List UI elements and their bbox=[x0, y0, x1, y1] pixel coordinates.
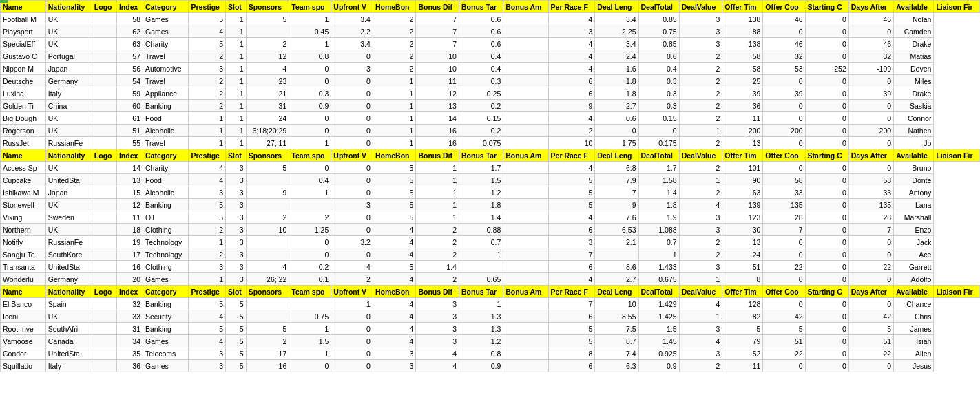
table-cell: Connor bbox=[894, 112, 934, 125]
table-cell: Playsport bbox=[1, 25, 46, 38]
table-cell bbox=[92, 125, 116, 137]
table-row[interactable]: Big DoughUK61Food1124001140.1540.60.1521… bbox=[1, 112, 980, 125]
header-cell: Deal Leng bbox=[595, 1, 638, 13]
header-cell: Team spo bbox=[289, 286, 331, 298]
table-cell: 5 bbox=[548, 323, 595, 335]
table-cell bbox=[92, 38, 116, 50]
table-cell bbox=[92, 186, 116, 199]
table-row[interactable]: StonewellUK12Banking533511.8591.84139135… bbox=[1, 199, 980, 211]
header-cell: Prestige bbox=[189, 286, 226, 298]
table-cell: Nippon M bbox=[1, 63, 46, 75]
header-cell: Per Race F bbox=[548, 286, 595, 298]
table-cell: 16 bbox=[416, 137, 459, 149]
table-cell: 4 bbox=[189, 174, 226, 186]
table-cell: 7 bbox=[763, 224, 805, 236]
header-cell: HomeBon bbox=[373, 149, 416, 162]
table-row[interactable]: SpecialEffUK63Charity51213.4270.643.40.8… bbox=[1, 38, 980, 50]
table-cell: 7.6 bbox=[595, 211, 638, 224]
table-cell: 46 bbox=[763, 13, 805, 25]
table-cell: 2.4 bbox=[595, 50, 638, 63]
table-cell: 5 bbox=[373, 174, 416, 186]
table-row[interactable]: NorthernUK18Clothing23101.250420.8866.53… bbox=[1, 224, 980, 236]
header-cell: Available bbox=[894, 286, 934, 298]
table-row[interactable]: VamooseCanada34Games4521.50431.258.71.45… bbox=[1, 335, 980, 348]
table-cell: 0.7 bbox=[459, 236, 503, 248]
header-cell: Upfront V bbox=[331, 149, 373, 162]
table-cell: 16 bbox=[116, 261, 143, 273]
table-cell: 4 bbox=[548, 162, 595, 174]
table-cell: 5 bbox=[373, 186, 416, 199]
table-cell: 62 bbox=[116, 25, 143, 38]
header-cell: Sponsors bbox=[246, 1, 289, 13]
table-cell: 0 bbox=[805, 186, 848, 199]
table-cell: 5 bbox=[848, 323, 893, 335]
table-row[interactable]: Access SpUK14Charity43500511.746.81.7210… bbox=[1, 162, 980, 174]
table-cell: 2 bbox=[189, 87, 226, 100]
table-cell: 0 bbox=[848, 248, 893, 261]
table-cell: 54 bbox=[116, 75, 143, 87]
table-row[interactable]: Football MUK58Games51513.4270.643.40.853… bbox=[1, 13, 980, 25]
table-row[interactable]: SquilladoItaly36Games351600340.966.30.92… bbox=[1, 360, 980, 372]
table-cell: 1 bbox=[226, 25, 247, 38]
table-cell bbox=[92, 298, 116, 310]
table-row[interactable]: RogersonUK51Alcoholic116;18;20;29001160.… bbox=[1, 125, 980, 137]
table-row[interactable]: El BancoSpain32Banking5514317101.4294128… bbox=[1, 298, 980, 310]
table-cell: 1.7 bbox=[459, 162, 503, 174]
table-cell: 2 bbox=[189, 50, 226, 63]
table-cell: 0.15 bbox=[638, 112, 679, 125]
table-cell: 39 bbox=[763, 87, 805, 100]
table-row[interactable]: VikingSweden11Oil53220511.447.61.9312328… bbox=[1, 211, 980, 224]
table-row[interactable]: DeutscheGermany54Travel2123001110.361.80… bbox=[1, 75, 980, 87]
table-cell: 4 bbox=[189, 310, 226, 323]
table-cell: 0.4 bbox=[289, 174, 331, 186]
table-row[interactable]: PlaysportUK62Games410.452.2270.632.250.7… bbox=[1, 25, 980, 38]
table-cell: 5 bbox=[226, 310, 247, 323]
table-cell: Games bbox=[143, 273, 189, 286]
table-cell bbox=[503, 75, 548, 87]
table-cell: Big Dough bbox=[1, 112, 46, 125]
table-row[interactable]: Sangju TeSouthKore17Technology2300421712… bbox=[1, 248, 980, 261]
table-cell: 1.4 bbox=[416, 261, 459, 273]
header-cell: Team spo bbox=[289, 1, 331, 13]
table-cell: Deutsche bbox=[1, 75, 46, 87]
table-cell: 0 bbox=[848, 298, 893, 310]
table-row[interactable]: Root InveSouthAfri31Banking55510431.357.… bbox=[1, 323, 980, 335]
table-cell: 59 bbox=[116, 87, 143, 100]
table-cell: 1 bbox=[459, 298, 503, 310]
table-cell: 0 bbox=[805, 236, 848, 248]
table-cell: 12 bbox=[416, 87, 459, 100]
table-row[interactable]: LuxinaItaly59Appliance21210.301120.2561.… bbox=[1, 87, 980, 100]
header-cell: Slot bbox=[226, 1, 247, 13]
table-row[interactable]: CupcakeUnitedSta13Food430.40511.557.91.5… bbox=[1, 174, 980, 186]
table-cell: 139 bbox=[722, 199, 763, 211]
table-row[interactable]: IceniUK33Security450.750431.368.551.4251… bbox=[1, 310, 980, 323]
table-cell: 2 bbox=[679, 100, 722, 112]
table-cell: 58 bbox=[763, 174, 805, 186]
table-cell bbox=[503, 112, 548, 125]
table-row[interactable]: Ishikawa MJapan15Alcoholic33910511.2571.… bbox=[1, 186, 980, 199]
table-row[interactable]: NotiflyRussianFe19Technology1303.2420.73… bbox=[1, 236, 980, 248]
table-row[interactable]: Golden TiChina60Banking21310.901130.292.… bbox=[1, 100, 980, 112]
table-row[interactable]: Nippon MJapan56Automotive314032100.441.6… bbox=[1, 63, 980, 75]
table-cell: UnitedSta bbox=[45, 174, 92, 186]
table-cell: 82 bbox=[722, 310, 763, 323]
header-cell: Starting C bbox=[805, 286, 848, 298]
table-cell: 1 bbox=[226, 63, 247, 75]
table-row[interactable]: CondorUnitedSta35Telecoms351710340.887.4… bbox=[1, 348, 980, 360]
table-row[interactable]: TransantaUnitedSta16Clothing3340.2451.46… bbox=[1, 261, 980, 273]
table-cell: Spain bbox=[45, 298, 92, 310]
table-cell: 4 bbox=[548, 211, 595, 224]
table-cell: 1 bbox=[226, 125, 247, 137]
table-cell: 0 bbox=[805, 261, 848, 273]
spreadsheet-container[interactable]: NameNationalityLogoIndexCategoryPrestige… bbox=[0, 0, 980, 417]
header-cell: Deal Leng bbox=[595, 286, 638, 298]
table-cell: 3 bbox=[373, 348, 416, 360]
table-row[interactable]: RussJetRussianFe55Travel1127; 11101160.0… bbox=[1, 137, 980, 149]
table-row[interactable]: Gustavo CPortugal57Travel21120.802100.44… bbox=[1, 50, 980, 63]
table-row[interactable]: WonderluGermany20Games1326; 220.12420.65… bbox=[1, 273, 980, 286]
table-cell: 1 bbox=[679, 125, 722, 137]
table-cell: 5 bbox=[189, 211, 226, 224]
table-cell: 1.5 bbox=[638, 323, 679, 335]
table-cell: 2.7 bbox=[595, 100, 638, 112]
table-cell: 36 bbox=[722, 100, 763, 112]
